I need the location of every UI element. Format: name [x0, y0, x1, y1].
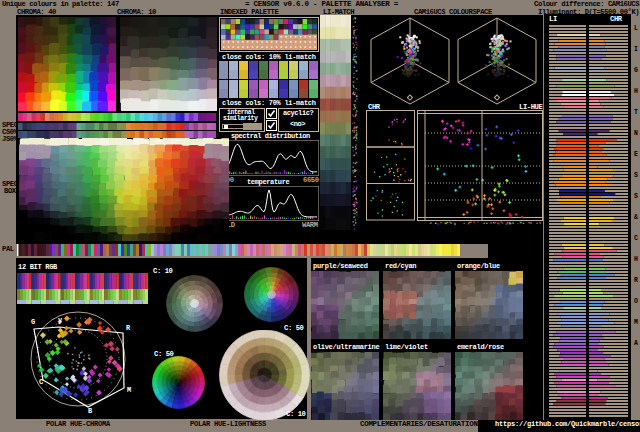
svg-text:R: R [126, 324, 131, 332]
svg-text:y: y [58, 316, 63, 324]
svg-text:C: C [39, 378, 43, 386]
svg-text:M: M [127, 386, 131, 394]
svg-text:B: B [88, 407, 93, 415]
svg-text:G: G [31, 318, 35, 326]
